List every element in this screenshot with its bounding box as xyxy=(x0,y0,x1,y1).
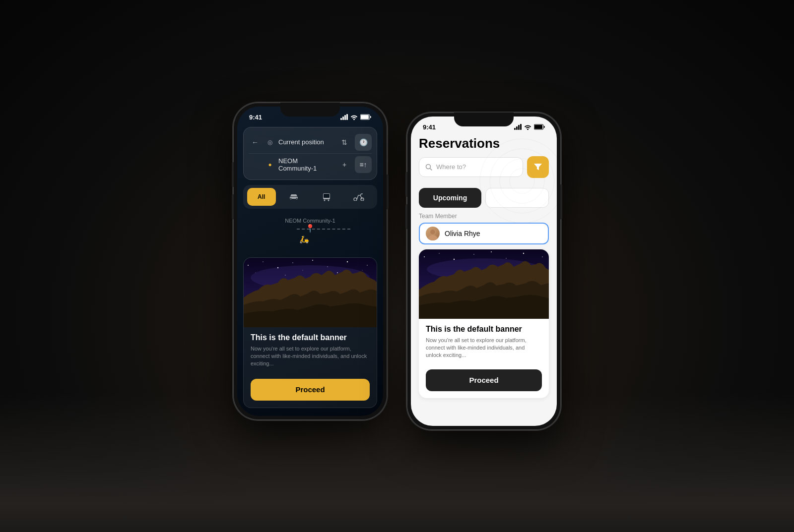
deco-circles xyxy=(477,136,557,226)
power-button-right[interactable] xyxy=(560,184,562,219)
spacer-icon xyxy=(249,158,262,171)
swap-icon[interactable]: ⇅ xyxy=(338,136,351,149)
search-placeholder: Where to? xyxy=(436,163,466,171)
nav-card: ← ◎ Current position ⇅ 🕐 ● NEOM Communit… xyxy=(243,127,377,180)
signal-icon-right xyxy=(514,124,522,130)
search-icon xyxy=(425,164,432,171)
volume-up-button-right[interactable] xyxy=(405,172,407,197)
timer-button[interactable]: 🕐 xyxy=(355,134,372,151)
banner-content-left: This is the default banner Now you're al… xyxy=(244,327,377,374)
phone-right: 9:41 xyxy=(407,113,561,430)
phone-left: 9:41 xyxy=(233,103,387,420)
proceed-button-right[interactable]: Proceed xyxy=(426,369,542,391)
signal-icon-left xyxy=(340,114,348,120)
svg-point-9 xyxy=(248,265,249,266)
svg-point-16 xyxy=(367,265,368,266)
svg-point-32 xyxy=(430,230,435,235)
banner-image-right xyxy=(419,249,549,319)
svg-rect-28 xyxy=(534,125,542,129)
banner-content-right: This is the default banner Now you're al… xyxy=(419,319,549,365)
svg-point-10 xyxy=(263,261,264,262)
svg-point-40 xyxy=(523,252,524,253)
map-destination-label: NEOM Community-1 xyxy=(285,218,335,224)
banner-desc-right: Now you're all set to explore our platfo… xyxy=(426,337,542,359)
screen-right: 9:41 xyxy=(411,117,557,426)
proceed-button-left[interactable]: Proceed xyxy=(251,379,370,401)
svg-point-37 xyxy=(473,254,474,255)
svg-point-6 xyxy=(354,198,357,201)
filter-tabs: All xyxy=(243,185,377,209)
avatar xyxy=(426,227,440,240)
svg-point-13 xyxy=(312,260,313,261)
svg-point-34 xyxy=(424,256,425,257)
wifi-icon-right xyxy=(524,124,531,130)
banner-desc-left: Now you're all set to explore our platfo… xyxy=(251,345,370,368)
volume-up-button[interactable] xyxy=(232,162,234,187)
svg-point-12 xyxy=(292,262,293,263)
to-location-icon: ● xyxy=(265,160,274,169)
wifi-icon-left xyxy=(350,115,358,120)
status-icons-right xyxy=(514,124,545,130)
back-icon[interactable]: ← xyxy=(249,136,262,149)
team-member-name: Olivia Rhye xyxy=(445,230,480,237)
time-right: 9:41 xyxy=(423,123,436,131)
sort-button[interactable]: ≡↑ xyxy=(355,156,372,173)
svg-point-23 xyxy=(480,139,557,223)
filter-tab-bus[interactable] xyxy=(312,188,341,206)
tab-upcoming[interactable]: Upcoming xyxy=(419,188,481,208)
status-icons-left xyxy=(340,114,371,120)
notch-left xyxy=(280,103,340,117)
battery-icon-left xyxy=(360,114,371,120)
screen-left: 9:41 xyxy=(237,107,383,416)
filter-tab-car[interactable] xyxy=(280,188,309,206)
svg-point-26 xyxy=(510,169,534,193)
svg-rect-3 xyxy=(324,194,330,198)
map-scooter-icon: 🛵 xyxy=(299,235,309,244)
svg-point-38 xyxy=(491,251,492,252)
map-route-line xyxy=(297,229,350,230)
svg-point-4 xyxy=(324,199,325,201)
svg-point-21 xyxy=(362,270,362,270)
scene: 9:41 xyxy=(0,0,794,532)
svg-rect-1 xyxy=(361,115,369,119)
svg-point-41 xyxy=(542,256,543,257)
svg-point-25 xyxy=(500,159,544,203)
svg-point-15 xyxy=(347,261,348,262)
time-left: 9:41 xyxy=(249,114,262,121)
filter-tab-all[interactable]: All xyxy=(247,188,276,206)
nav-to-row: ● NEOM Community-1 + ≡↑ xyxy=(249,153,372,176)
banner-card-right: This is the default banner Now you're al… xyxy=(419,249,549,398)
to-location-text: NEOM Community-1 xyxy=(278,157,334,172)
battery-icon-right xyxy=(534,124,545,130)
from-location-icon: ◎ xyxy=(265,138,274,147)
add-stop-icon[interactable]: + xyxy=(338,158,351,171)
svg-point-30 xyxy=(427,235,438,240)
notch-right xyxy=(454,113,514,126)
nav-from-row: ← ◎ Current position ⇅ 🕐 xyxy=(249,131,372,153)
volume-down-button-right[interactable] xyxy=(405,204,407,229)
svg-point-39 xyxy=(506,258,507,259)
filter-tab-scooter[interactable] xyxy=(345,188,374,206)
volume-down-button[interactable] xyxy=(232,194,234,219)
banner-title-left: This is the default banner xyxy=(251,333,370,342)
svg-point-5 xyxy=(328,199,329,201)
banner-image-left xyxy=(244,258,377,327)
banner-title-right: This is the default banner xyxy=(426,325,542,334)
from-location-text: Current position xyxy=(278,138,334,146)
map-area: NEOM Community-1 📍 🛵 xyxy=(243,214,377,253)
banner-card-left: This is the default banner Now you're al… xyxy=(243,257,377,408)
team-member-box[interactable]: Olivia Rhye xyxy=(419,223,549,244)
svg-point-35 xyxy=(439,253,440,254)
power-button[interactable] xyxy=(387,175,389,209)
svg-point-36 xyxy=(454,258,455,259)
